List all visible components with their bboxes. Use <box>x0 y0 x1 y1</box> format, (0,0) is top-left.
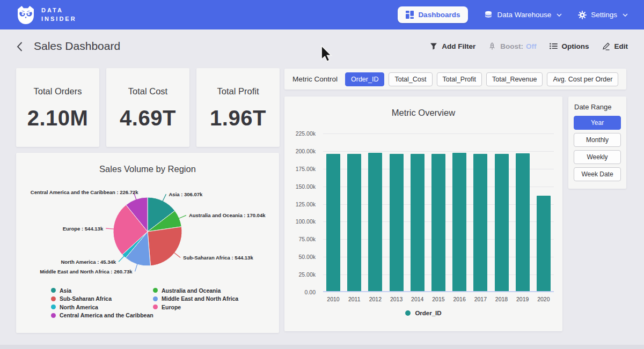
metric-control-chips: Order_IDTotal_CostTotal_ProfitTotal_Reve… <box>345 72 618 86</box>
brand-logo[interactable]: DATA INSIDER <box>16 5 77 25</box>
back-button[interactable] <box>16 41 23 52</box>
y-tick-label: 25.00k <box>284 271 316 278</box>
metric-control-bar: Metric Control Order_IDTotal_CostTotal_P… <box>284 69 626 90</box>
legend-dot <box>153 288 158 293</box>
x-tick-label: 2010 <box>326 296 340 302</box>
pie-leader-line <box>174 253 180 257</box>
bar-2014[interactable] <box>411 154 425 291</box>
legend-dot <box>51 305 56 309</box>
y-tick-label: 150.00k <box>284 183 316 190</box>
bar-2016[interactable] <box>452 153 466 291</box>
pie-label-north-america: North America : 45.34k <box>61 259 116 265</box>
pie-label-europe: Europe : 544.13k <box>63 226 104 232</box>
gridline <box>323 151 554 152</box>
pie-legend-item-asia[interactable]: Asia <box>51 286 153 295</box>
kpi-card-total-profit: Total Profit1.96T <box>196 68 280 147</box>
bar-2017[interactable] <box>473 154 487 291</box>
bar-chart-title: Metric Overview <box>284 96 562 118</box>
bottom-strip <box>0 345 644 349</box>
date-chip-year[interactable]: Year <box>574 116 621 130</box>
nav-item-data-warehouse[interactable]: Data Warehouse <box>484 11 562 19</box>
options-button[interactable]: Options <box>550 42 589 50</box>
bar-2010[interactable] <box>326 154 340 291</box>
legend-dot <box>51 313 56 318</box>
x-tick-label: 2019 <box>516 296 530 302</box>
metric-chip-total-cost[interactable]: Total_Cost <box>389 72 432 86</box>
legend-dot <box>405 310 411 316</box>
legend-label: North America <box>60 304 98 310</box>
y-tick-label: 0.00 <box>284 289 316 295</box>
pie-chart-title: Sales Volume by Region <box>16 153 279 174</box>
chevron-down-icon <box>557 13 562 17</box>
pie-leader-line <box>135 264 138 271</box>
pencil-icon <box>602 42 610 50</box>
rocket-icon <box>488 42 496 50</box>
bar-2013[interactable] <box>390 154 404 291</box>
y-tick-label: 225.00k <box>284 130 316 137</box>
bar-2018[interactable] <box>495 154 509 291</box>
nav-item-label: Settings <box>591 11 617 19</box>
bar-2012[interactable] <box>368 153 382 291</box>
kpi-card-total-cost: Total Cost4.69T <box>106 68 189 147</box>
boost-label: Boost: <box>500 42 523 50</box>
pie-legend-item-central-america-and-the-caribbean[interactable]: Central America and the Caribbean <box>51 311 153 320</box>
x-tick-label: 2011 <box>347 296 361 302</box>
edit-button[interactable]: Edit <box>602 42 628 50</box>
x-tick-label: 2018 <box>495 296 509 302</box>
bar-chart-legend[interactable]: Order_ID <box>284 310 562 316</box>
bar-2019[interactable] <box>516 153 530 291</box>
x-tick-label: 2012 <box>368 296 382 302</box>
pie-legend-item-australia-and-oceania[interactable]: Australia and Oceania <box>153 286 238 295</box>
pie-legend-item-sub-saharan-africa[interactable]: Sub-Saharan Africa <box>51 295 153 303</box>
pie-legend-column: AsiaSub-Saharan AfricaNorth AmericaCentr… <box>51 286 153 320</box>
kpi-value: 4.69T <box>120 106 176 130</box>
add-filter-button[interactable]: Add Filter <box>430 42 475 50</box>
kpi-row: Total Orders2.10MTotal Cost4.69TTotal Pr… <box>16 68 280 147</box>
y-tick-label: 100.00k <box>284 218 316 225</box>
y-tick-label: 75.00k <box>284 236 316 242</box>
pie-legend-item-north-america[interactable]: North America <box>51 303 153 311</box>
pie-leader-line <box>179 216 186 219</box>
date-chip-monthly[interactable]: Monthly <box>574 133 621 147</box>
y-tick-label: 175.00k <box>284 166 316 172</box>
pie-leader-line <box>106 228 114 229</box>
brand-line1: DATA <box>41 6 77 15</box>
pie-legend-item-middle-east-and-north-africa[interactable]: Middle East and North Africa <box>153 295 238 303</box>
pie-label-middle-east-and-north-africa: Middle East and North Africa : 260.73k <box>40 269 133 274</box>
date-range-label: Date Range <box>574 103 621 111</box>
x-tick-label: 2020 <box>537 296 551 302</box>
bar-2015[interactable] <box>431 154 445 291</box>
x-tick-label: 2015 <box>431 296 445 302</box>
nav-item-dashboards[interactable]: Dashboards <box>398 6 468 23</box>
legend-dot <box>51 288 56 293</box>
pie-legend-item-europe[interactable]: Europe <box>153 303 238 311</box>
top-navbar: DATA INSIDER DashboardsData WarehouseSet… <box>0 0 644 29</box>
filter-icon <box>430 42 437 50</box>
bar-2011[interactable] <box>347 154 361 291</box>
kpi-label: Total Profit <box>217 86 259 96</box>
legend-dot <box>51 296 56 301</box>
boost-toggle[interactable]: Boost: Off <box>488 42 536 50</box>
header-actions: Add Filter Boost: Off Options <box>430 42 628 50</box>
metric-chip-order-id[interactable]: Order_ID <box>345 72 384 86</box>
options-list-icon <box>550 43 558 49</box>
x-tick-label: 2014 <box>411 296 425 302</box>
legend-label: Europe <box>162 304 181 310</box>
nav-item-settings[interactable]: Settings <box>578 11 628 19</box>
pie-chart: Asia : 306.07kAustralia and Oceania : 17… <box>16 175 279 286</box>
gear-icon <box>578 11 587 19</box>
pie-label-australia-and-oceania: Australia and Oceania : 170.04k <box>189 212 266 218</box>
metric-chip-total-revenue[interactable]: Total_Revenue <box>486 72 543 86</box>
legend-label: Australia and Oceania <box>162 287 221 294</box>
date-chip-weekly[interactable]: Weekly <box>574 150 621 164</box>
metric-chip-total-profit[interactable]: Total_Profit <box>437 72 482 86</box>
chevron-down-icon <box>623 13 628 17</box>
legend-dot <box>153 296 158 301</box>
metric-chip-avg-cost-per-order[interactable]: Avg. Cost per Order <box>547 72 618 86</box>
pie-label-central-america-and-the-caribbean: Central America and the Caribbean : 226.… <box>31 189 139 195</box>
pie-slice-sub-saharan-africa[interactable] <box>148 227 182 266</box>
bar-2020[interactable] <box>537 196 551 291</box>
kpi-card-total-orders: Total Orders2.10M <box>16 68 99 147</box>
metric-overview-card: Metric Overview 201020112012201320142015… <box>284 96 562 331</box>
date-chip-week-date[interactable]: Week Date <box>574 167 621 181</box>
